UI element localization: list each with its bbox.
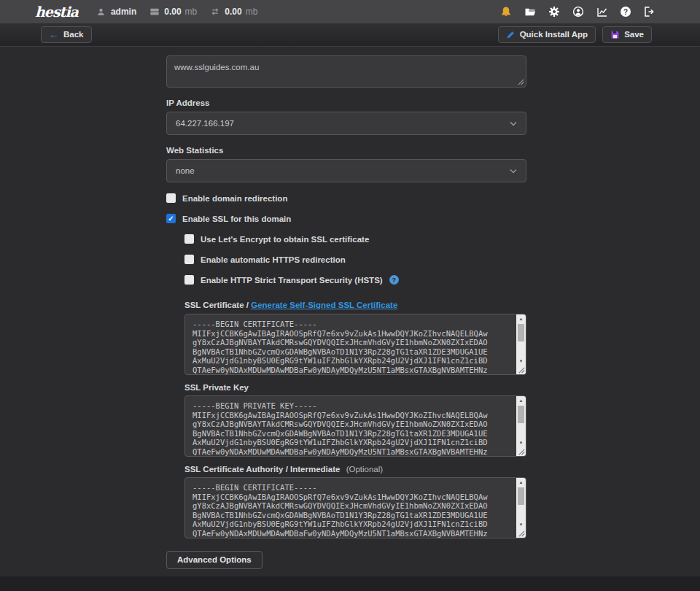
pencil-icon: [506, 30, 516, 39]
enable-domain-redirection-row[interactable]: Enable domain redirection: [166, 193, 526, 203]
save-floppy-icon: [610, 30, 620, 39]
logout-icon[interactable]: [643, 6, 655, 18]
ip-address-label: IP Address: [166, 98, 526, 107]
top-header: hestia admin 0.00 mb 0.00 mb: [0, 0, 700, 23]
disk-icon: [149, 6, 160, 18]
ip-address-value: 64.227.166.197: [176, 119, 234, 128]
quick-install-app-label: Quick Install App: [520, 30, 588, 39]
user-stats: admin 0.00 mb 0.00 mb: [96, 6, 265, 18]
advanced-options-label: Advanced Options: [177, 555, 252, 565]
ssl-private-key-scrollbar[interactable]: ▲ ▼: [516, 396, 526, 456]
scroll-up-icon[interactable]: ▲: [516, 396, 526, 405]
advanced-options-button[interactable]: Advanced Options: [166, 551, 262, 569]
header-icon-nav: ?: [500, 6, 655, 18]
scrollbar-thumb[interactable]: [518, 324, 524, 341]
hestia-logo[interactable]: hestia: [35, 4, 78, 20]
https-redirection-row[interactable]: Enable automatic HTTPS redirection: [184, 255, 526, 264]
disk-usage-unit: mb: [185, 7, 198, 17]
bandwidth-usage-unit: mb: [246, 7, 258, 17]
scrollbar-thumb[interactable]: [518, 406, 524, 423]
ssl-certificate-scrollbar[interactable]: ▲ ▼: [516, 314, 526, 374]
web-statistics-value: none: [176, 166, 195, 175]
web-statistics-label: Web Statistics: [166, 146, 526, 155]
chevron-down-icon: [510, 121, 517, 126]
logged-in-user[interactable]: admin: [96, 6, 136, 18]
lets-encrypt-row[interactable]: Use Let's Encrypt to obtain SSL certific…: [184, 234, 526, 244]
file-manager-folder-icon[interactable]: [524, 6, 536, 18]
chevron-down-icon: [510, 169, 517, 174]
save-button-label: Save: [624, 30, 644, 39]
ssl-ca-label-text: SSL Certificate Authority / Intermediate: [184, 465, 340, 474]
enable-ssl-row[interactable]: Enable SSL for this domain: [166, 214, 526, 223]
ssl-ca-wrap: -----BEGIN CERTIFICATE----- MIIFxjCCBK6g…: [184, 477, 526, 538]
back-button-label: Back: [63, 30, 84, 39]
notifications-bell-icon[interactable]: [500, 6, 512, 18]
hsts-label: Enable HTTP Strict Transport Security (H…: [201, 276, 383, 285]
aliases-field-wrap: www.sslguides.com.au: [166, 55, 526, 88]
scrollbar-thumb[interactable]: [518, 487, 524, 505]
hsts-row[interactable]: Enable HTTP Strict Transport Security (H…: [184, 275, 526, 285]
resize-grip-icon[interactable]: [516, 366, 526, 374]
ssl-certificate-textarea[interactable]: -----BEGIN CERTIFICATE----- MIIFxjCCBK6g…: [184, 314, 526, 375]
generate-self-signed-link[interactable]: Generate Self-Signed SSL Certificate: [251, 301, 397, 309]
scroll-down-icon[interactable]: ▼: [516, 357, 526, 366]
toolbar-right-group: Quick Install App Save: [498, 26, 652, 43]
back-arrow-icon: ←: [49, 31, 59, 38]
ssl-ca-label: SSL Certificate Authority / Intermediate…: [184, 465, 526, 474]
aliases-textarea[interactable]: www.sslguides.com.au: [166, 55, 526, 88]
resize-grip-icon[interactable]: [516, 447, 526, 456]
ssl-certificate-label: SSL Certificate /: [184, 301, 249, 309]
ip-address-select[interactable]: 64.227.166.197: [166, 112, 526, 135]
bandwidth-usage-value: 0.00: [225, 7, 241, 17]
hsts-help-icon[interactable]: ?: [389, 275, 399, 285]
back-button[interactable]: ← Back: [41, 26, 92, 43]
disk-usage: 0.00 mb: [149, 6, 197, 18]
resize-grip-icon[interactable]: [516, 529, 526, 538]
ssl-private-key-label: SSL Private Key: [184, 383, 526, 392]
ssl-ca-optional-text: (Optional): [346, 465, 384, 474]
help-icon[interactable]: ?: [621, 7, 631, 17]
ssl-certificate-wrap: -----BEGIN CERTIFICATE----- MIIFxjCCBK6g…: [184, 314, 526, 375]
resize-grip-icon[interactable]: [518, 79, 524, 85]
quick-install-app-button[interactable]: Quick Install App: [498, 26, 596, 43]
bandwidth-usage: 0.00 mb: [209, 6, 257, 18]
transfer-icon: [209, 6, 221, 18]
lets-encrypt-label: Use Let's Encrypt to obtain SSL certific…: [201, 235, 369, 244]
web-statistics-select[interactable]: none: [166, 159, 526, 182]
username: admin: [111, 7, 136, 17]
server-settings-gear-icon[interactable]: [548, 6, 560, 18]
scroll-up-icon[interactable]: ▲: [516, 314, 526, 323]
user-account-icon[interactable]: [572, 6, 584, 18]
ssl-private-key-wrap: -----BEGIN PRIVATE KEY----- MIIFxjCCBK6g…: [184, 395, 526, 457]
edit-web-domain-form: www.sslguides.com.au IP Address 64.227.1…: [0, 47, 700, 576]
disk-usage-value: 0.00: [164, 7, 181, 17]
hsts-checkbox[interactable]: [184, 275, 194, 285]
scroll-down-icon[interactable]: ▼: [516, 439, 526, 447]
lets-encrypt-checkbox[interactable]: [184, 234, 194, 244]
ssl-ca-scrollbar[interactable]: ▲ ▼: [516, 478, 526, 538]
ssl-certificate-label-row: SSL Certificate / Generate Self-Signed S…: [184, 301, 526, 309]
statistics-chart-icon[interactable]: [596, 6, 608, 18]
ssl-private-key-textarea[interactable]: -----BEGIN PRIVATE KEY----- MIIFxjCCBK6g…: [184, 395, 526, 457]
action-toolbar: ← Back Quick Install App Save: [0, 23, 700, 47]
scroll-down-icon[interactable]: ▼: [516, 520, 526, 529]
domain-redirection-checkbox[interactable]: [166, 193, 176, 203]
scroll-up-icon[interactable]: ▲: [516, 478, 526, 487]
ssl-ca-textarea[interactable]: -----BEGIN CERTIFICATE----- MIIFxjCCBK6g…: [184, 477, 526, 538]
enable-ssl-checkbox[interactable]: [166, 214, 176, 223]
domain-redirection-label: Enable domain redirection: [182, 194, 287, 203]
https-redirection-label: Enable automatic HTTPS redirection: [201, 255, 346, 264]
enable-ssl-label: Enable SSL for this domain: [182, 215, 291, 223]
user-icon: [96, 6, 107, 18]
page-footer: [0, 576, 700, 591]
https-redirection-checkbox[interactable]: [184, 255, 194, 264]
save-button[interactable]: Save: [602, 26, 652, 43]
